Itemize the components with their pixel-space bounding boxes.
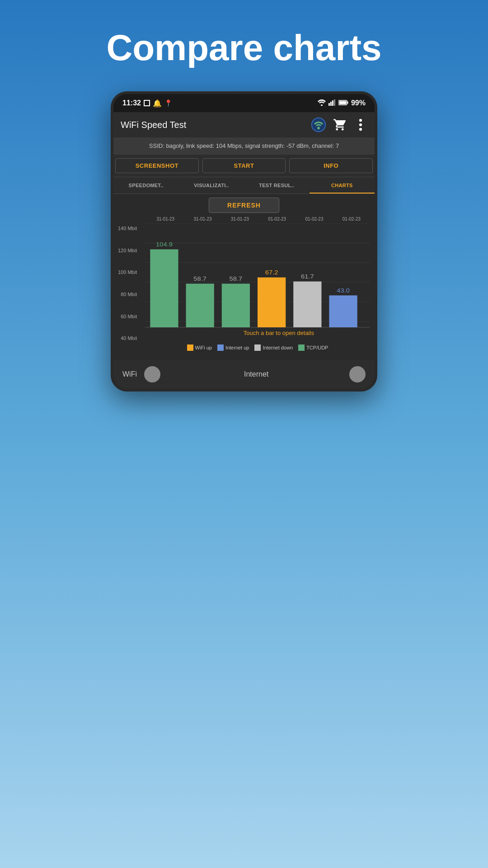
chart-wrapper: 140 Mbit 120 Mbit 100 Mbit 80 Mbit 60 Mb… [113,217,375,354]
status-left: 11:32 🔔 📍 [122,99,172,108]
internet-toggle-label: Internet [244,370,268,378]
tab-visualization[interactable]: VISUALIZATI.. [179,177,244,193]
svg-text:61.7: 61.7 [301,273,314,280]
y-label-100: 100 Mbit [118,269,137,275]
app-logo-icon [311,118,326,132]
legend-internet-up: Internet up [217,344,249,351]
svg-point-0 [321,104,323,106]
legend-internet-up-color [217,344,224,351]
info-button[interactable]: INFO [289,158,373,173]
svg-point-10 [359,119,362,122]
refresh-button[interactable]: REFRESH [209,198,279,213]
app-bar-icons [311,118,367,132]
wifi-toggle-item: WiFi [122,366,244,382]
internet-toggle[interactable] [349,366,366,382]
notification-icon: 🔔 [153,99,162,108]
battery-percent: 99% [351,99,366,107]
wifi-toggle[interactable] [144,366,160,382]
legend-tcp-udp: TCP/UDP [298,344,328,351]
svg-rect-1 [328,103,330,106]
legend-tcp-udp-color [298,344,305,351]
svg-rect-3 [332,100,333,106]
svg-text:43.0: 43.0 [337,287,350,294]
y-axis-labels: 140 Mbit 120 Mbit 100 Mbit 80 Mbit 60 Mb… [118,226,137,341]
date-4: 01-02-23 [296,217,333,222]
svg-rect-6 [347,102,348,104]
info-bar: SSID: bagoly, link speed: 104 Mbps, sign… [113,137,375,155]
date-5: 01-02-23 [333,217,370,222]
toggle-section: WiFi Internet [113,360,375,389]
wifi-toggle-label: WiFi [122,370,137,378]
tab-speedometer[interactable]: SPEEDOMET.. [113,177,179,193]
chart-dates: 31-01-23 31-01-23 31-01-23 01-02-23 01-0… [145,217,370,222]
date-3: 01-02-23 [258,217,296,222]
y-label-120: 120 Mbit [118,248,137,253]
battery-icon [338,99,348,107]
location-icon: 📍 [164,99,172,107]
cart-icon[interactable] [333,118,347,132]
svg-point-11 [359,123,362,126]
svg-rect-20 [150,250,178,328]
legend-wifi-up-color [187,344,193,351]
page-title: Compare charts [0,27,488,69]
svg-text:67.2: 67.2 [265,269,278,276]
y-label-140: 140 Mbit [118,226,137,231]
legend-internet-down: Internet down [254,344,293,351]
date-0: 31-01-23 [147,217,184,222]
svg-rect-24 [222,284,250,328]
svg-rect-4 [334,99,335,106]
start-button[interactable]: START [202,158,286,173]
tab-test-results[interactable]: TEST RESUL.. [244,177,310,193]
svg-point-12 [359,128,362,131]
svg-text:104.9: 104.9 [156,241,173,248]
screenshot-button[interactable]: SCREENSHOT [115,158,199,173]
action-buttons: SCREENSHOT START INFO [113,155,375,177]
app-title: WiFi Speed Test [121,120,311,130]
y-label-80: 80 Mbit [121,292,137,297]
date-1: 31-01-23 [184,217,221,222]
legend-wifi-up-label: WiFi up [195,345,212,350]
legend-internet-up-label: Internet up [225,345,249,350]
svg-rect-30 [329,296,357,328]
svg-rect-26 [258,278,286,327]
svg-rect-28 [293,282,321,327]
app-bar: WiFi Speed Test [113,112,375,137]
status-square-icon [144,100,150,106]
more-options-icon[interactable] [354,118,367,132]
refresh-btn-container: REFRESH [113,198,375,213]
tab-charts[interactable]: CHARTS [310,177,375,193]
ssid-info: SSID: bagoly, link speed: 104 Mbps, sign… [149,142,339,149]
wifi-status-icon [318,99,326,107]
svg-rect-2 [330,102,332,106]
bar-chart[interactable]: 104.9 58.7 58.7 67.2 [145,223,370,341]
svg-point-9 [317,127,320,129]
phone-mockup: 11:32 🔔 📍 [111,91,377,392]
internet-toggle-item: Internet [244,366,366,382]
legend-internet-down-color [254,344,261,351]
y-label-60: 60 Mbit [121,314,137,319]
svg-rect-22 [186,284,214,328]
svg-text:58.7: 58.7 [230,275,243,282]
chart-tooltip: Touch a bar to open details [244,330,314,336]
legend-wifi-up: WiFi up [187,344,212,351]
chart-inner: 31-01-23 31-01-23 31-01-23 01-02-23 01-0… [145,217,370,354]
svg-rect-7 [339,101,346,104]
nav-tabs: SPEEDOMET.. VISUALIZATI.. TEST RESUL.. C… [113,177,375,194]
chart-legend: WiFi up Internet up Internet down TCP/UD… [145,341,370,354]
date-2: 31-01-23 [221,217,258,222]
status-bar: 11:32 🔔 📍 [113,94,375,112]
status-time: 11:32 [122,99,141,107]
status-icons: 99% [318,99,366,107]
signal-icon [328,99,336,107]
svg-text:58.7: 58.7 [193,275,206,282]
chart-area: REFRESH 140 Mbit 120 Mbit 100 Mbit 80 Mb… [113,194,375,360]
legend-tcp-udp-label: TCP/UDP [306,345,328,350]
legend-internet-down-label: Internet down [263,345,293,350]
y-label-40: 40 Mbit [121,335,137,341]
